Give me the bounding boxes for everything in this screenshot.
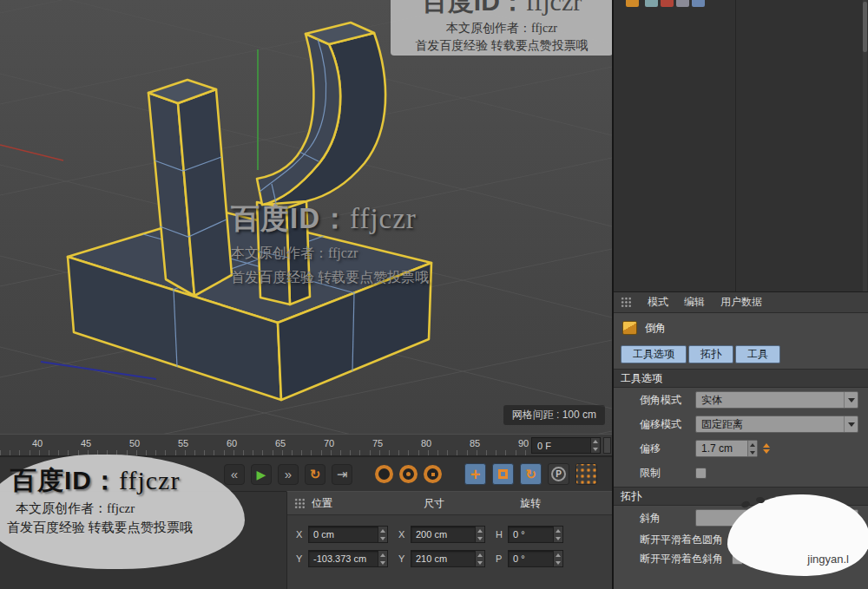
stepper[interactable] [378, 527, 387, 542]
menu-edit[interactable]: 编辑 [684, 295, 705, 310]
record-keyframe-button[interactable] [375, 465, 393, 483]
offset-field[interactable]: 1.7 cm [695, 440, 758, 457]
break-round-checkbox[interactable] [732, 534, 743, 546]
ruler-tick-label: 75 [372, 438, 383, 448]
offset-row: 偏移 1.7 cm [614, 436, 868, 461]
panel-grip-icon [621, 297, 632, 308]
stepper[interactable] [475, 527, 484, 542]
bottom-left-panel [0, 491, 286, 589]
scale-tool-button[interactable] [492, 463, 514, 485]
stepper[interactable] [747, 441, 757, 456]
break-phong-round-label: 断开平滑着色圆角 [640, 533, 723, 547]
goto-start-button[interactable]: « [224, 464, 245, 485]
goto-end-button[interactable]: ⇥ [332, 464, 352, 485]
scrollbar-thumb[interactable] [863, 2, 867, 52]
limit-row: 限制 [614, 461, 868, 485]
scene-graphic [0, 0, 612, 434]
ruler-tick-label: 40 [32, 438, 43, 448]
om-column-divider [735, 0, 736, 291]
bevel-mode-row: 倒角模式 实体 [614, 388, 868, 412]
om-scrollbar[interactable] [863, 0, 867, 291]
section-tool-options[interactable]: 工具选项 [614, 369, 868, 388]
ruler-tick-label: 80 [421, 438, 431, 448]
ruler-tick-label: 45 [81, 438, 91, 448]
panel-grip-icon [294, 498, 306, 509]
om-icon-cube[interactable] [626, 0, 639, 7]
size-y-field[interactable]: 210 cm [411, 550, 485, 567]
bevel-mode-dropdown[interactable]: 实体 [695, 391, 858, 409]
ruler-tick-label: 60 [227, 438, 237, 448]
chevron-down-icon [844, 510, 858, 526]
break-miter-checkbox[interactable] [732, 553, 743, 565]
coord-system-button[interactable]: P [548, 463, 569, 485]
break-phong-miter-label: 断开平滑着色斜角 [640, 552, 723, 566]
object-manager-area[interactable] [614, 0, 868, 292]
rotation-p-field[interactable]: 0 ° [508, 550, 563, 567]
section-topology[interactable]: 拓扑 [614, 487, 868, 506]
bevel-tool-icon [622, 321, 637, 335]
c4d-window: 百度ID：ffjczr 本文原创作者：ffjczr 首发百度经验 转载要点赞投票… [0, 0, 868, 589]
offset-label: 偏移 [640, 442, 695, 456]
break-phong-miter-row: 断开平滑着色斜角 [614, 549, 868, 568]
size-axis-label: Y [398, 553, 411, 564]
rot-axis-label: H [496, 529, 508, 540]
limit-checkbox[interactable] [695, 468, 707, 479]
miter-row: 斜角 [614, 506, 868, 530]
move-tool-button[interactable]: + [464, 463, 486, 485]
bevel-mode-value: 实体 [701, 393, 722, 408]
ruler-tick-label: 50 [129, 438, 140, 448]
menu-mode[interactable]: 模式 [648, 295, 668, 310]
coordinates-panel: 位置 尺寸 旋转 X 0 cm X 200 cm H 0 ° Y -103.37… [286, 491, 612, 589]
position-y-field[interactable]: -103.373 cm [308, 550, 388, 567]
rot-axis-label: P [496, 553, 508, 564]
offset-spinner-icon[interactable] [763, 443, 770, 454]
tab-tool[interactable]: 工具 [735, 345, 780, 363]
position-x-field[interactable]: 0 cm [308, 526, 388, 543]
ruler-end-handle[interactable] [603, 437, 611, 454]
om-icon-5[interactable] [692, 0, 705, 7]
offset-mode-row: 偏移模式 固定距离 [614, 412, 868, 436]
coordinates-header: 位置 尺寸 旋转 [287, 492, 612, 515]
om-icon-2[interactable] [645, 0, 658, 7]
ruler-tick-label: 65 [275, 438, 286, 448]
stepper[interactable] [553, 551, 562, 566]
menu-user-data[interactable]: 用户数据 [720, 295, 762, 310]
tool-title-row: 倒角 [614, 313, 868, 343]
viewport-3d[interactable]: 百度ID：ffjczr 本文原创作者：ffjczr 首发百度经验 转载要点赞投票… [0, 0, 612, 434]
stepper[interactable] [553, 527, 562, 542]
timeline-ruler[interactable]: 40 45 50 55 60 65 70 75 80 85 90 0 F [0, 434, 612, 456]
ruler-tick-label: 55 [178, 438, 188, 448]
tool-title: 倒角 [645, 321, 666, 336]
size-axis-label: X [398, 529, 411, 540]
goto-next-button[interactable]: » [278, 464, 299, 485]
miter-dropdown[interactable] [695, 509, 858, 527]
autokey-button[interactable] [399, 465, 418, 483]
limit-label: 限制 [640, 466, 695, 481]
stepper[interactable] [378, 551, 387, 566]
attribute-tabs: 工具选项 拓扑 工具 [614, 343, 868, 367]
bevel-mode-label: 倒角模式 [640, 393, 695, 408]
offset-mode-dropdown[interactable]: 固定距离 [695, 416, 858, 433]
ruler-tick-label: 70 [324, 438, 334, 448]
current-frame-field[interactable]: 0 F [531, 437, 601, 454]
pos-axis-label: Y [296, 553, 308, 564]
frame-stepper[interactable] [590, 438, 600, 453]
loop-playback-button[interactable]: ↻ [305, 464, 326, 485]
keyframe-selection-button[interactable] [575, 463, 597, 485]
ruler-tick-label: 90 [518, 438, 529, 448]
chevron-down-icon [844, 392, 858, 408]
play-button[interactable]: ▶ [251, 464, 272, 485]
tab-topology[interactable]: 拓扑 [688, 345, 733, 363]
rotation-header: 旋转 [520, 496, 541, 511]
p-icon: P [551, 467, 566, 481]
size-x-field[interactable]: 200 cm [411, 526, 485, 543]
tab-tool-options[interactable]: 工具选项 [621, 345, 687, 363]
record-options-button[interactable] [424, 465, 442, 483]
om-icon-3[interactable] [661, 0, 674, 7]
stepper[interactable] [475, 551, 484, 566]
pos-axis-label: X [296, 529, 308, 540]
rotation-h-field[interactable]: 0 ° [508, 526, 563, 543]
om-icon-4[interactable] [676, 0, 689, 7]
rotate-tool-button[interactable]: ↻ [520, 463, 542, 485]
break-phong-round-row: 断开平滑着色圆角 [614, 530, 868, 549]
